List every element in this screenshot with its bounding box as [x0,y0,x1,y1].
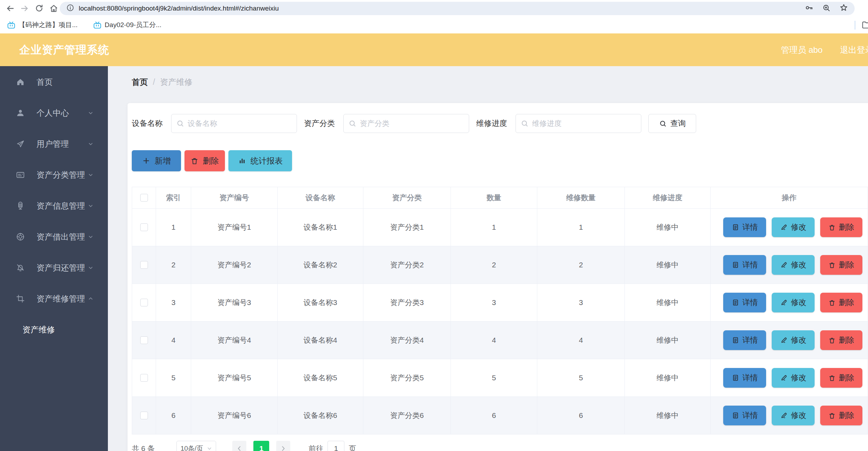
row-checkbox-cell [132,209,156,246]
other-bookmarks-folder-icon[interactable] [862,20,868,30]
bilibili-icon [93,21,102,29]
detail-button[interactable]: 详情 [723,406,766,425]
row-checkbox-cell [132,322,156,359]
bookmarks-separator [855,21,855,30]
cell-actions: 详情 修改 删除 [711,397,868,434]
edit-button[interactable]: 修改 [772,406,815,425]
select-all-checkbox[interactable] [140,194,148,202]
add-button[interactable]: 新增 [132,150,181,171]
query-button[interactable]: 查询 [648,114,696,133]
home-icon-browser[interactable] [48,3,59,13]
sidebar-item-home[interactable]: 首页 [0,66,108,97]
cell-actions: 详情 修改 删除 [711,246,868,284]
sidebar-item-asset-lend[interactable]: 资产借出管理 [0,221,108,252]
next-page-button[interactable] [276,441,290,451]
device-name-input[interactable] [171,114,297,133]
bookmark-item[interactable]: 【码神之路】项目... [7,20,78,30]
row-checkbox[interactable] [140,223,148,231]
detail-button[interactable]: 详情 [723,293,766,312]
delete-button[interactable]: 删除 [820,330,862,350]
help-icon [16,232,25,241]
bookmark-star-icon[interactable] [839,3,848,14]
edit-button[interactable]: 修改 [772,293,815,312]
logout-link[interactable]: 退出登录 [840,33,868,66]
row-checkbox[interactable] [140,412,148,419]
page-info-icon[interactable] [66,4,75,13]
sidebar-subitem-asset-repair[interactable]: 资产维修 [0,314,108,345]
table-row: 1 资产编号1 设备名称1 资产分类1 1 1 维修中 详情 修改 删除 [132,209,868,246]
edit-button[interactable]: 修改 [772,255,815,275]
trash-icon [828,261,836,269]
trash-icon [828,374,836,382]
cell-category: 资产分类2 [363,246,451,284]
sidebar-item-user-management[interactable]: 用户管理 [0,128,108,159]
search-icon [176,119,184,128]
pencil-icon [780,261,788,269]
delete-button[interactable]: 删除 [820,293,862,312]
forward-icon[interactable] [19,3,30,13]
repair-progress-input[interactable] [516,114,641,133]
password-key-icon[interactable] [804,3,814,14]
bookmark-item[interactable]: Day02-09-员工分... [93,20,162,30]
edit-button[interactable]: 修改 [772,368,815,388]
page-number-active[interactable]: 1 [253,441,269,451]
breadcrumb-home[interactable]: 首页 [132,77,148,88]
sidebar-item-asset-return[interactable]: 资产归还管理 [0,252,108,283]
sidebar-item-asset-info[interactable]: 资产信息管理 [0,190,108,221]
cell-category: 资产分类4 [363,322,451,359]
table-row: 5 资产编号5 设备名称5 资产分类5 5 5 维修中 详情 修改 删除 [132,359,868,397]
zoom-icon[interactable] [822,4,831,14]
cell-quantity: 5 [451,359,537,396]
detail-button[interactable]: 详情 [723,368,766,388]
delete-button[interactable]: 删除 [820,368,862,388]
chevron-down-icon [207,446,212,451]
delete-button[interactable]: 删除 [820,255,862,275]
goto-page: 前往 页 [309,441,356,451]
cell-category: 资产分类6 [363,397,451,434]
cell-asset-code: 资产编号1 [191,209,278,246]
prev-page-button[interactable] [232,441,246,451]
report-button[interactable]: 统计报表 [228,150,292,171]
detail-button[interactable]: 详情 [723,217,766,237]
row-checkbox-cell [132,246,156,284]
delete-button[interactable]: 删除 [820,406,862,425]
cell-repair-progress: 维修中 [625,322,711,359]
breadcrumb: 首页 / 资产维修 [132,77,192,88]
row-checkbox[interactable] [140,374,148,382]
url-text[interactable]: localhost:8080/springboot4j9k2/admin/dis… [79,5,279,12]
cell-index: 5 [156,359,191,396]
cell-quantity: 4 [451,322,537,359]
column-header: 数量 [451,187,537,208]
column-header: 资产编号 [191,187,278,208]
goto-page-input[interactable] [328,441,344,451]
edit-button[interactable]: 修改 [772,330,815,350]
column-header: 操作 [711,187,868,208]
row-checkbox[interactable] [140,261,148,269]
row-checkbox[interactable] [140,336,148,344]
app-header: 企业资产管理系统 管理员 abo 退出登录 [0,33,868,66]
back-icon[interactable] [5,3,15,13]
chevron-right-icon [280,445,286,451]
sidebar-item-asset-category[interactable]: 资产分类管理 [0,159,108,190]
reload-icon[interactable] [34,3,44,13]
sidebar-item-personal-center[interactable]: 个人中心 [0,97,108,128]
page-size-select[interactable]: 10条/页 [176,441,216,451]
cell-category: 资产分类3 [363,284,451,321]
detail-button[interactable]: 详情 [723,255,766,275]
address-bar[interactable]: localhost:8080/springboot4j9k2/admin/dis… [60,2,855,15]
delete-button[interactable]: 删除 [820,217,862,237]
row-checkbox[interactable] [140,299,148,306]
edit-button[interactable]: 修改 [772,217,815,237]
asset-category-input[interactable] [343,114,469,133]
cell-index: 1 [156,209,191,246]
table-row: 4 资产编号4 设备名称4 资产分类4 4 4 维修中 详情 修改 删除 [132,322,868,359]
trash-icon [828,412,836,419]
screen: localhost:8080/springboot4j9k2/admin/dis… [0,0,868,451]
sidebar-item-asset-repair[interactable]: 资产维修管理 [0,283,108,314]
breadcrumb-current: 资产维修 [160,77,192,88]
detail-button[interactable]: 详情 [723,330,766,350]
bookmarks-bar: 【码神之路】项目... Day02-09-员工分... [0,17,868,33]
cell-index: 3 [156,284,191,321]
column-header: 维修数量 [537,187,625,208]
batch-delete-button[interactable]: 删除 [184,150,225,171]
